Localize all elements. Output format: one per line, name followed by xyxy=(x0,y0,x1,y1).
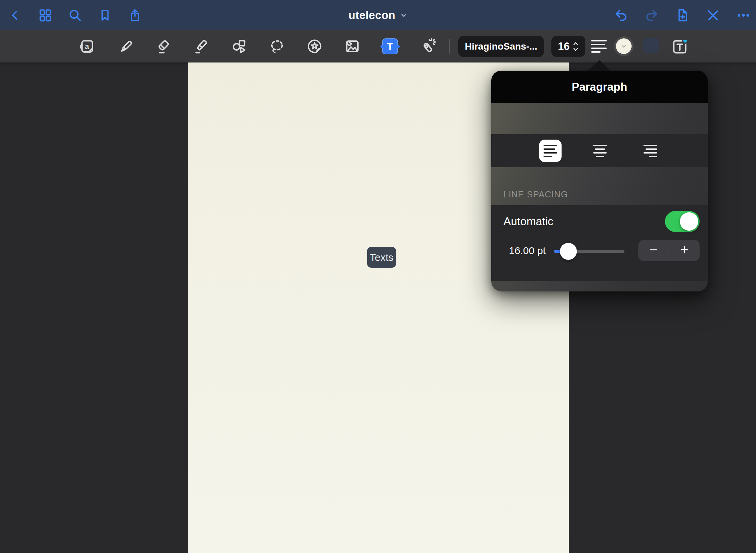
add-page-button[interactable] xyxy=(675,8,690,23)
font-name-button[interactable]: HiraginoSans-... xyxy=(458,36,544,57)
zoom-window-icon: a xyxy=(79,38,96,55)
highlighter-icon xyxy=(193,38,210,55)
lasso-tool[interactable] xyxy=(269,38,285,55)
stepper-chevrons-icon xyxy=(572,40,579,53)
document-title[interactable]: utelecon xyxy=(348,0,408,30)
pen-icon xyxy=(118,38,134,55)
automatic-row: Automatic xyxy=(491,205,708,238)
end-editing-button[interactable] xyxy=(705,8,720,23)
search-icon xyxy=(68,8,82,22)
shapes-tool[interactable] xyxy=(231,38,247,55)
undo-button[interactable] xyxy=(614,8,629,23)
spacing-slider-row: 16.00 pt − + xyxy=(491,238,708,281)
popover-header: Paragraph xyxy=(491,71,708,103)
laser-pointer-tool[interactable] xyxy=(419,38,436,55)
text-tool-active-badge: T xyxy=(382,38,398,54)
align-center-option[interactable] xyxy=(589,140,611,162)
automatic-toggle[interactable] xyxy=(665,211,700,232)
text-tool-glyph: T xyxy=(387,41,393,52)
redo-button[interactable] xyxy=(644,8,659,23)
popover-body: LINE SPACING Automatic 16.00 pt − xyxy=(491,103,708,291)
popover-arrow xyxy=(588,60,611,71)
selected-text-label: Texts xyxy=(370,252,393,263)
text-color-button[interactable] xyxy=(614,36,634,56)
text-style-heart-icon xyxy=(670,37,689,55)
goodnotes-app-screen: utelecon a xyxy=(0,0,756,553)
redo-icon xyxy=(645,8,659,22)
add-page-icon xyxy=(675,8,689,23)
share-button[interactable] xyxy=(127,8,142,23)
line-spacing-rows: Automatic 16.00 pt − + xyxy=(491,205,708,281)
nav-left-group xyxy=(0,8,142,23)
font-size-value: 16 xyxy=(558,40,569,53)
page-thumbnails-button[interactable] xyxy=(38,8,53,23)
search-button[interactable] xyxy=(68,8,83,23)
nav-right-group xyxy=(614,8,756,23)
text-tool[interactable]: T xyxy=(382,38,398,55)
tools-toolbar: a xyxy=(0,30,756,63)
sticker-star-icon xyxy=(306,38,323,55)
selected-text-object[interactable]: Texts xyxy=(367,247,396,268)
pen-tool[interactable] xyxy=(118,38,134,55)
favorite-text-style-button[interactable] xyxy=(670,37,689,55)
back-chevron-icon xyxy=(10,8,21,22)
back-button[interactable] xyxy=(8,8,23,23)
share-icon xyxy=(128,8,142,23)
laser-pointer-icon xyxy=(419,38,436,55)
align-center-icon xyxy=(593,145,607,157)
automatic-label: Automatic xyxy=(503,215,553,228)
text-color-swatch xyxy=(616,38,632,54)
align-right-option[interactable] xyxy=(639,140,662,162)
align-left-icon xyxy=(544,145,557,157)
paragraph-alignment-button[interactable] xyxy=(588,38,610,55)
pen-crossed-icon xyxy=(706,8,720,22)
lasso-icon xyxy=(269,38,285,55)
decrease-spacing-button[interactable]: − xyxy=(638,240,669,261)
bookmark-button[interactable] xyxy=(98,8,113,23)
undo-icon xyxy=(614,8,628,22)
title-chevron-down-icon xyxy=(400,12,408,19)
popover-title: Paragraph xyxy=(572,81,627,93)
image-icon xyxy=(344,38,361,55)
navy-color-well[interactable] xyxy=(643,38,659,53)
highlighter-tool[interactable] xyxy=(193,38,210,55)
toggle-knob xyxy=(680,212,698,231)
popover-spacer xyxy=(491,103,708,134)
drawing-tools-group: T xyxy=(118,38,436,55)
pages-grid-icon xyxy=(38,8,53,23)
alignment-options-row xyxy=(491,134,708,167)
eraser-icon xyxy=(155,38,172,55)
toolbar-divider xyxy=(102,39,102,54)
paragraph-popover: Paragraph xyxy=(491,71,708,291)
text-handle-right xyxy=(397,45,400,48)
bookmark-icon xyxy=(99,8,111,22)
font-name-label: HiraginoSans-... xyxy=(465,41,537,52)
document-title-text: utelecon xyxy=(348,9,395,22)
slider-thumb[interactable] xyxy=(560,243,577,260)
top-navigation-bar: utelecon xyxy=(0,0,756,30)
image-tool[interactable] xyxy=(344,38,361,55)
stickers-tool[interactable] xyxy=(306,38,323,55)
more-options-button[interactable] xyxy=(736,8,751,23)
svg-text:a: a xyxy=(85,42,89,51)
line-spacing-section-header: LINE SPACING xyxy=(491,167,708,205)
spacing-value: 16.00 pt xyxy=(509,245,546,256)
align-left-icon xyxy=(591,40,607,53)
eraser-tool[interactable] xyxy=(155,38,172,55)
line-spacing-label: LINE SPACING xyxy=(503,189,568,200)
text-handle-left xyxy=(380,45,383,48)
zoom-window-tool[interactable]: a xyxy=(79,38,96,55)
align-right-icon xyxy=(643,145,657,157)
toolbar-divider-2 xyxy=(449,39,450,54)
font-size-stepper[interactable]: 16 xyxy=(551,36,585,57)
spacing-stepper: − + xyxy=(638,240,700,261)
swatch-chevron-down-icon xyxy=(620,42,628,50)
more-ellipsis-icon xyxy=(736,8,751,22)
shapes-icon xyxy=(231,38,247,55)
align-left-option[interactable] xyxy=(539,140,562,162)
increase-spacing-button[interactable]: + xyxy=(669,240,700,261)
